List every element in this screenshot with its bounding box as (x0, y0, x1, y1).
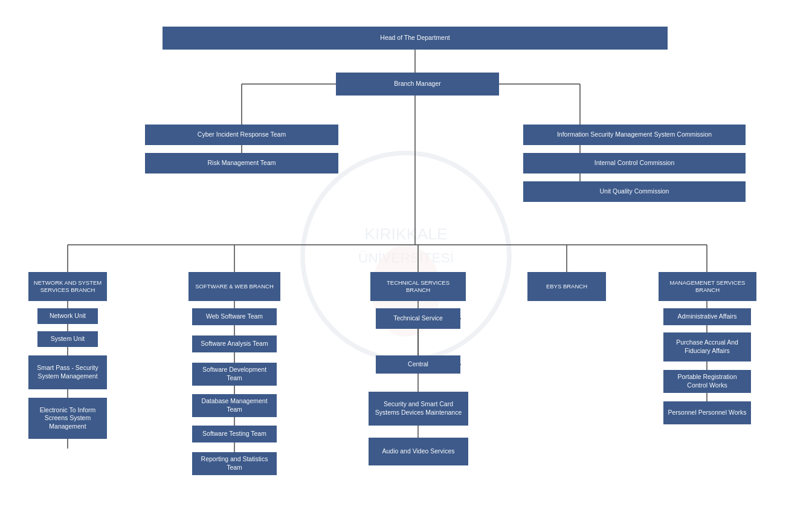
cyber-incident-team: Cyber Incident Response Team (145, 125, 338, 145)
ebys-branch: EBYS BRANCH (527, 272, 606, 301)
audio-video-services: Audio and Video Services (369, 438, 468, 465)
software-testing-team: Software Testing Team (192, 426, 277, 442)
internal-control-commission: Internal Control Commission (523, 153, 746, 173)
software-web-branch: SOFTWARE & WEB BRANCH (188, 272, 280, 301)
svg-text:KIRIKKALE: KIRIKKALE (364, 224, 447, 242)
system-unit: System Unit (37, 331, 98, 347)
electronic-inform: Electronic To Inform Screens System Mana… (28, 398, 107, 439)
central: Central (376, 355, 460, 374)
technical-services-branch: TECHNICAL SERVICES BRANCH (370, 272, 466, 301)
technical-service: Technical Service (376, 308, 460, 329)
head-of-department: Head of The Department (163, 27, 668, 50)
security-smart-card: Security and Smart Card Systems Devices … (369, 392, 468, 426)
isms-commission: Information Security Management System C… (523, 125, 746, 145)
web-software-team: Web Software Team (192, 308, 277, 325)
branch-manager: Branch Manager (336, 73, 499, 96)
risk-management-team: Risk Management Team (145, 153, 338, 173)
personnel-works: Personnel Personnel Works (663, 401, 751, 424)
software-dev-team: Software Development Team (192, 363, 277, 386)
svg-text:ÜNİVERSİTESİ: ÜNİVERSİTESİ (358, 249, 454, 265)
database-mgmt-team: Database Management Team (192, 394, 277, 417)
network-unit: Network Unit (37, 308, 98, 324)
unit-quality-commission: Unit Quality Commission (523, 181, 746, 202)
portable-registration: Portable Registration Control Works (663, 370, 751, 393)
smart-pass: Smart Pass - Security System Management (28, 355, 107, 389)
network-system-branch: NETWORK AND SYSTEM SERVICES BRANCH (28, 272, 107, 301)
administrative-affairs: Administrative Affairs (663, 308, 751, 325)
purchase-accrual: Purchase Accrual And Fiduciary Affairs (663, 332, 751, 361)
management-services-branch: MANAGEMENET SERVICES BRANCH (659, 272, 756, 301)
software-analysis-team: Software Analysis Team (192, 335, 277, 352)
reporting-statistics-team: Reporting and Statistics Team (192, 452, 277, 475)
